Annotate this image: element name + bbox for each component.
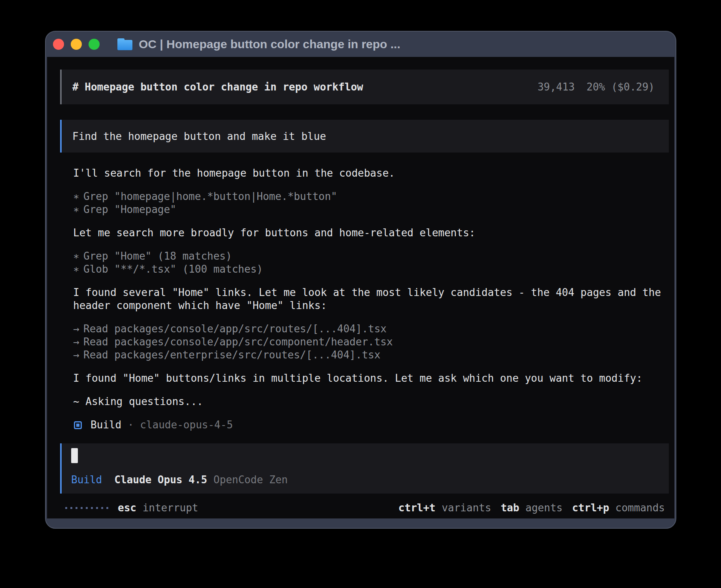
assistant-text: I found "Home" buttons/links in multiple… [73, 372, 668, 385]
hint-agents: tab agents [501, 501, 563, 514]
session-meta: 39,413 20% ($0.29) [538, 81, 655, 93]
hint-label-interrupt: interrupt [143, 502, 198, 514]
session-title: # Homepage button color change in repo w… [72, 81, 363, 93]
window-footer [46, 518, 676, 528]
spinner-dot [91, 507, 93, 509]
transcript: I'll search for the homepage button in t… [60, 167, 669, 432]
prompt-input[interactable]: Build Claude Opus 4.5 OpenCode Zen [60, 443, 669, 494]
tool-call-list: →Read packages/console/app/src/routes/[.… [73, 322, 669, 362]
folder-icon [117, 38, 132, 50]
session-header: # Homepage button color change in repo w… [60, 70, 669, 104]
token-count: 39,413 [538, 81, 575, 93]
hint-key-ctrl-p: ctrl+p [572, 502, 609, 514]
tool-call-text: Read packages/console/app/src/routes/[..… [83, 323, 387, 335]
working-status-text: ~ Asking questions... [73, 395, 668, 408]
tool-call-line: →Read packages/console/app/src/routes/[.… [73, 322, 669, 335]
spinner-dots [65, 507, 108, 509]
tool-call-text: Grep "Homepage" [83, 204, 176, 215]
agent-badge-icon [74, 421, 82, 429]
status-bar-right: ctrl+t variants tab agents ctrl+p comman… [398, 501, 665, 514]
terminal-content: # Homepage button color change in repo w… [47, 57, 674, 518]
zoom-button[interactable] [89, 39, 100, 50]
tool-call-line: ∗Glob "**/*.tsx" (100 matches) [73, 263, 669, 276]
hint-key-ctrl-t: ctrl+t [398, 502, 436, 514]
tool-call-line: →Read packages/enterprise/src/routes/[..… [73, 349, 669, 362]
hint-label-commands: commands [615, 502, 665, 514]
assistant-text: Let me search more broadly for buttons a… [73, 226, 668, 239]
spinner-dot [86, 507, 88, 509]
tool-call-text: Read packages/console/app/src/component/… [83, 336, 393, 348]
status-bar: esc interrupt ctrl+t variants tab agents [60, 501, 669, 514]
terminal-window: OC | Homepage button color change in rep… [45, 31, 676, 529]
tool-call-text: Grep "Home" (18 matches) [83, 250, 232, 262]
user-message-text: Find the homepage button and make it blu… [72, 130, 326, 142]
tool-call-text: Read packages/enterprise/src/routes/[...… [83, 349, 380, 361]
tool-asterisk-icon: ∗ [73, 190, 83, 203]
model-line: Build Claude Opus 4.5 OpenCode Zen [71, 473, 669, 486]
close-button[interactable] [53, 39, 64, 50]
titlebar[interactable]: OC | Homepage button color change in rep… [46, 32, 676, 57]
user-message: Find the homepage button and make it blu… [60, 120, 669, 153]
context-usage: 20% ($0.29) [587, 81, 655, 93]
agent-badge-inner-square [76, 424, 79, 427]
hint-key-tab: tab [501, 502, 519, 514]
spinner-dot [81, 507, 83, 509]
hint-label-agents: agents [525, 502, 562, 514]
read-arrow-icon: → [73, 322, 83, 335]
agent-mode-indicator: Build [71, 473, 102, 486]
tool-asterisk-icon: ∗ [73, 203, 83, 216]
agent-name: Build [91, 418, 121, 432]
read-arrow-icon: → [73, 335, 83, 349]
minimize-button[interactable] [71, 39, 82, 50]
agent-model-name: claude-opus-4-5 [140, 418, 233, 432]
tool-call-line: ∗Grep "Home" (18 matches) [73, 250, 669, 263]
hint-commands: ctrl+p commands [572, 501, 665, 514]
text-cursor [71, 448, 78, 463]
spinner-dot [70, 507, 72, 509]
read-arrow-icon: → [73, 349, 83, 362]
spinner-dot [65, 507, 67, 509]
tool-call-list: ∗Grep "Home" (18 matches)∗Glob "**/*.tsx… [73, 250, 669, 276]
assistant-text: I'll search for the homepage button in t… [73, 167, 668, 180]
tool-call-line: →Read packages/console/app/src/component… [73, 335, 669, 349]
tool-call-text: Grep "homepage|home.*button|Home.*button… [83, 190, 337, 202]
hint-variants: ctrl+t variants [398, 501, 491, 514]
model-provider: OpenCode Zen [213, 473, 288, 486]
tool-call-line: ∗Grep "homepage|home.*button|Home.*butto… [73, 190, 669, 203]
window-title: OC | Homepage button color change in rep… [139, 38, 400, 51]
tool-call-list: ∗Grep "homepage|home.*button|Home.*butto… [73, 190, 669, 216]
hint-key-esc: esc [118, 502, 136, 514]
tool-asterisk-icon: ∗ [73, 263, 83, 276]
spinner-dot [106, 507, 108, 509]
hint-interrupt: esc interrupt [118, 501, 198, 514]
hint-label-variants: variants [442, 502, 491, 514]
spinner-dot [101, 507, 103, 509]
spinner-dot [96, 507, 98, 509]
assistant-text: I found several "Home" links. Let me loo… [73, 286, 668, 312]
agent-status-line: Build · claude-opus-4-5 [73, 418, 669, 432]
separator-dot: · [121, 418, 140, 432]
tool-call-text: Glob "**/*.tsx" (100 matches) [83, 263, 263, 275]
model-name: Claude Opus 4.5 [114, 473, 207, 486]
spinner-dot [75, 507, 77, 509]
tool-asterisk-icon: ∗ [73, 250, 83, 263]
tool-call-line: ∗Grep "Homepage" [73, 203, 669, 216]
status-bar-left: esc interrupt [65, 501, 198, 514]
